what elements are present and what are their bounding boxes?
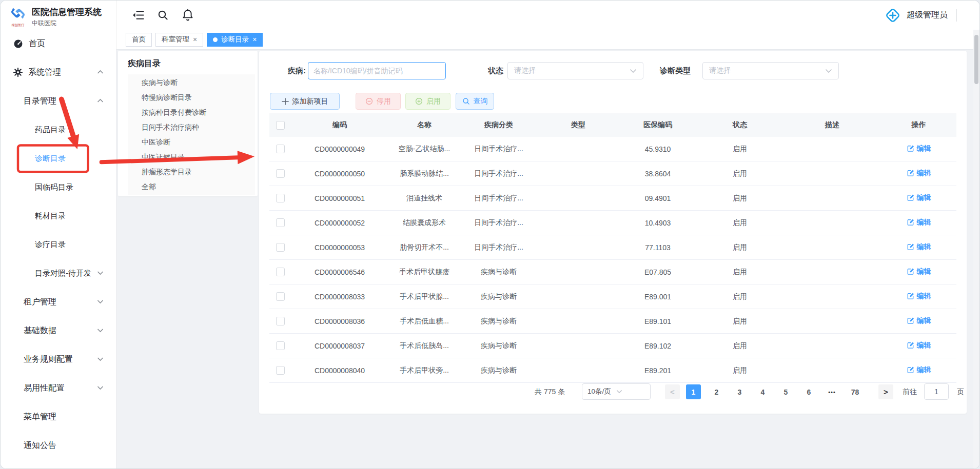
sidebar-item-notice[interactable]: 通知公告 — [1, 431, 116, 460]
catalog-item[interactable]: 日间手术治疗病种 — [128, 120, 255, 135]
page-size-select[interactable]: 10条/页 — [582, 383, 651, 400]
sidebar-item-base-data[interactable]: 基础数据 — [1, 316, 116, 345]
cell-type — [537, 358, 619, 383]
edit-button[interactable]: 编辑 — [907, 292, 931, 301]
cell-desc — [783, 161, 881, 186]
page-button-5[interactable]: 5 — [778, 384, 793, 399]
page-button-2[interactable]: 2 — [709, 384, 724, 399]
edit-button[interactable]: 编辑 — [907, 169, 931, 178]
catalog-item[interactable]: 特慢病诊断目录 — [128, 90, 255, 105]
app-window: 经创医疗 医院信息管理系统 中联医院 首页系统管理目录管理药品目录诊断目录国临码… — [0, 0, 980, 469]
disable-button[interactable]: 停用 — [356, 93, 401, 110]
tab-diagnosis-catalog[interactable]: 诊断目录× — [207, 33, 263, 47]
sidebar-item-business-rules[interactable]: 业务规则配置 — [1, 345, 116, 374]
sidebar-item-home[interactable]: 首页 — [1, 29, 116, 58]
user-area[interactable]: 超级管理员 — [885, 1, 957, 30]
status-select[interactable]: 请选择 — [507, 62, 643, 79]
row-checkbox[interactable] — [276, 341, 285, 350]
sidebar-item-consumable-catalog[interactable]: 耗材目录 — [1, 201, 116, 230]
cell-insurance-code: E07.805 — [619, 260, 696, 284]
app-subtitle: 中联医院 — [32, 19, 102, 28]
enable-label: 启用 — [426, 97, 441, 106]
cell-name: 手术后低血糖... — [388, 309, 460, 334]
catalog-item[interactable]: 肿瘤形态学目录 — [128, 165, 255, 179]
close-icon[interactable]: × — [193, 36, 197, 43]
cell-category: 日间手术治疗... — [460, 137, 537, 161]
chevron-down-icon — [97, 357, 104, 361]
page-button-4[interactable]: 4 — [755, 384, 770, 399]
tab-department-management[interactable]: 科室管理× — [155, 33, 203, 47]
row-checkbox[interactable] — [276, 366, 285, 375]
catalog-item[interactable]: 中医证候目录 — [128, 150, 255, 165]
cell-category: 疾病与诊断 — [460, 334, 537, 358]
checkbox-cell — [269, 137, 291, 161]
catalog-item[interactable]: 全部 — [128, 179, 255, 194]
table-row: CD0000000051泪道挂线术日间手术治疗...09.4901启用编辑 — [269, 186, 956, 211]
catalog-item[interactable]: 疾病与诊断 — [128, 75, 255, 90]
menu-collapse-icon[interactable] — [132, 10, 144, 20]
edit-button[interactable]: 编辑 — [907, 193, 931, 202]
cell-type — [537, 284, 619, 309]
diagnosis-type-select[interactable]: 请选择 — [702, 62, 839, 79]
edit-button[interactable]: 编辑 — [907, 218, 931, 227]
cell-code: CD0000008033 — [291, 284, 388, 309]
status-filter-label: 状态 — [488, 62, 503, 79]
edit-button[interactable]: 编辑 — [907, 316, 931, 325]
row-checkbox[interactable] — [276, 268, 285, 276]
sidebar-item-drug-catalog[interactable]: 药品目录 — [1, 115, 116, 144]
edit-button[interactable]: 编辑 — [907, 365, 931, 375]
add-item-button[interactable]: 添加新项目 — [270, 93, 340, 110]
table-body: CD0000000049空肠-乙状结肠...日间手术治疗...45.9310启用… — [269, 137, 956, 383]
sidebar-item-catalog-management[interactable]: 目录管理 — [1, 87, 116, 115]
sidebar-item-tenant-management[interactable]: 租户管理 — [1, 288, 116, 316]
catalog-item[interactable]: 中医诊断 — [128, 135, 255, 150]
bell-icon[interactable] — [182, 9, 193, 21]
edit-button[interactable]: 编辑 — [907, 242, 931, 252]
sidebar-item-diagnosis-catalog[interactable]: 诊断目录 — [1, 144, 116, 173]
cell-name: 手术后甲状腺瘘 — [388, 260, 460, 284]
sidebar-item-national-code-catalog[interactable]: 国临码目录 — [1, 173, 116, 201]
page-button-1[interactable]: 1 — [686, 384, 701, 399]
disease-search-input[interactable] — [308, 62, 446, 79]
edit-label: 编辑 — [917, 218, 931, 227]
checkbox-cell — [269, 309, 291, 334]
row-checkbox[interactable] — [276, 243, 285, 252]
page-button-3[interactable]: 3 — [732, 384, 747, 399]
scrollbar-thumb[interactable] — [974, 35, 978, 84]
cell-action: 编辑 — [881, 211, 956, 235]
edit-button[interactable]: 编辑 — [907, 267, 931, 276]
page-button-78[interactable]: 78 — [848, 384, 863, 399]
row-checkbox[interactable] — [276, 145, 285, 153]
goto-page-input[interactable] — [924, 383, 949, 400]
sidebar-item-label: 通知公告 — [24, 440, 56, 451]
edit-button[interactable]: 编辑 — [907, 144, 931, 153]
sidebar-item-usability-config[interactable]: 易用性配置 — [1, 374, 116, 402]
catalog-item[interactable]: 按病种目录付费诊断 — [128, 105, 255, 120]
sidebar-item-menu-management[interactable]: 菜单管理 — [1, 402, 116, 431]
sidebar-item-treatment-catalog[interactable]: 诊疗目录 — [1, 230, 116, 259]
row-checkbox[interactable] — [276, 218, 285, 227]
checkbox-cell — [269, 260, 291, 284]
search-icon[interactable] — [158, 10, 168, 21]
sidebar-item-label: 药品目录 — [35, 125, 66, 135]
cell-action: 编辑 — [881, 358, 956, 383]
close-icon[interactable]: × — [252, 36, 257, 43]
sidebar-item-system-management[interactable]: 系统管理 — [1, 58, 116, 87]
cell-name: 肋骨切开术不... — [388, 235, 460, 260]
row-checkbox[interactable] — [276, 317, 285, 325]
edit-button[interactable]: 编辑 — [907, 341, 931, 350]
query-button[interactable]: 查询 — [456, 93, 494, 110]
row-checkbox[interactable] — [276, 169, 285, 178]
row-checkbox[interactable] — [276, 292, 285, 301]
page-ellipsis[interactable]: ••• — [825, 384, 839, 399]
page-button-6[interactable]: 6 — [801, 384, 816, 399]
sidebar-item-catalog-mapping[interactable]: 目录对照-待开发 — [1, 259, 116, 288]
tab-home[interactable]: 首页 — [126, 33, 152, 47]
enable-button[interactable]: 启用 — [405, 93, 450, 110]
prev-page-button[interactable]: < — [665, 384, 680, 399]
row-checkbox[interactable] — [276, 194, 285, 202]
select-all-checkbox[interactable] — [276, 121, 285, 130]
cell-insurance-code: E89.101 — [619, 309, 696, 334]
cell-code: CD0000000051 — [291, 186, 388, 211]
next-page-button[interactable]: > — [878, 384, 893, 399]
